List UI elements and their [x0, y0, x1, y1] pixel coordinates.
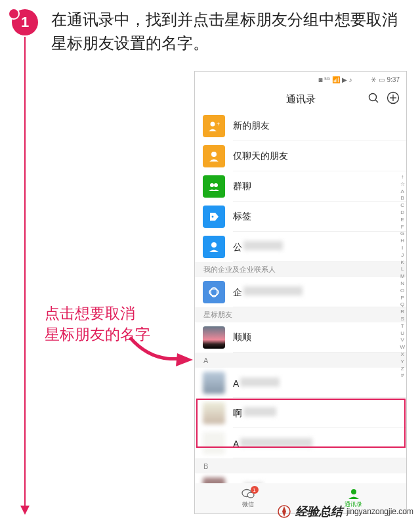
arrow-icon: [125, 332, 197, 372]
contact-enterprise[interactable]: 企: [195, 277, 406, 307]
menu-tags[interactable]: 标签: [195, 202, 406, 232]
svg-point-17: [351, 489, 356, 494]
section-b: B: [195, 458, 406, 473]
svg-text:+: +: [217, 121, 220, 127]
contact-starred[interactable]: 顺顺: [195, 322, 406, 353]
avatar: [203, 372, 225, 394]
enterprise-icon: [203, 281, 225, 303]
contact-a1[interactable]: A: [195, 368, 406, 398]
avatar: [203, 432, 225, 454]
menu-new-friends[interactable]: + 新的朋友: [195, 111, 406, 141]
instruction-text: 在通讯录中，找到并点击星标朋友分组中想要取消星标朋友设置的名字。: [51, 8, 406, 55]
chat-only-icon: [203, 145, 225, 167]
add-icon[interactable]: [387, 91, 400, 104]
svg-point-9: [210, 183, 214, 187]
contact-a3[interactable]: A: [195, 428, 406, 458]
svg-point-11: [212, 216, 214, 218]
svg-point-1: [369, 94, 377, 101]
svg-point-8: [211, 152, 217, 157]
tag-icon: [203, 206, 225, 228]
step-number-badge: 1: [12, 9, 38, 35]
official-icon: [203, 236, 225, 258]
svg-line-2: [375, 100, 378, 102]
section-enterprise: 我的企业及企业联系人: [195, 262, 406, 277]
down-arrow-icon: [20, 506, 30, 515]
badge: 1: [251, 486, 259, 494]
status-bar: ◙ ⁵ᴳ 📶 ▶ ♪ ⚹ ▭ 9:37: [195, 72, 406, 87]
compass-icon: [277, 504, 291, 519]
group-chat-icon: [203, 175, 225, 198]
contact-list: + 新的朋友 仅聊天的朋友 群聊 标签 公 我的企业及企业联系人 企 星标朋友 …: [195, 111, 406, 504]
title-bar: 通讯录: [195, 87, 406, 111]
svg-marker-0: [176, 353, 193, 366]
phone-screen: ◙ ⁵ᴳ 📶 ▶ ♪ ⚹ ▭ 9:37 通讯录 + 新的朋友 仅聊天的朋友 群聊…: [194, 71, 407, 514]
svg-marker-19: [282, 506, 286, 517]
section-starred: 星标朋友: [195, 307, 406, 322]
avatar-shunshun: [203, 326, 225, 349]
section-a: A: [195, 353, 406, 368]
search-icon[interactable]: [367, 91, 380, 104]
svg-point-6: [211, 122, 215, 127]
page-title: 通讯录: [286, 93, 316, 106]
menu-group-chat[interactable]: 群聊: [195, 171, 406, 202]
vertical-line: [24, 37, 26, 508]
avatar: [203, 402, 225, 424]
new-friend-icon: +: [203, 115, 225, 137]
menu-official[interactable]: 公: [195, 232, 406, 262]
footer: 经验总结 jingyanzongjie.com: [277, 504, 413, 519]
svg-point-10: [214, 183, 218, 187]
svg-point-12: [211, 242, 217, 248]
menu-chat-only[interactable]: 仅聊天的朋友: [195, 141, 406, 171]
index-bar[interactable]: ↑☆ABCDEFGHIJKLMNOPQRSTUVWXYZ#: [400, 174, 405, 380]
contact-a2[interactable]: 啊: [195, 398, 406, 428]
